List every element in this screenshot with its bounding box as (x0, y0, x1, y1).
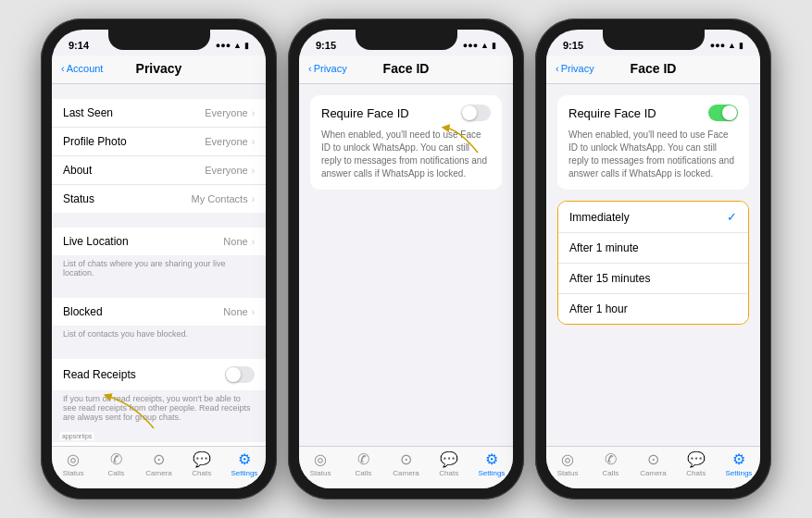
notch-2 (356, 30, 457, 50)
face-id-toggle-3[interactable] (708, 105, 738, 121)
screen-content-2: Require Face ID When enabled, you'll nee… (299, 84, 513, 446)
live-location-group: Live Location None › (52, 228, 266, 255)
camera-tab-label-2: Camera (393, 469, 418, 477)
tab-chats-2[interactable]: 💬 Chats (428, 450, 470, 481)
settings-tab-label-3: Settings (725, 469, 752, 477)
tab-settings-2[interactable]: ⚙ Settings (470, 450, 513, 481)
tab-chats-1[interactable]: 💬 Chats (181, 450, 223, 481)
camera-tab-icon-3: ⊙ (647, 450, 659, 468)
read-receipts-subtext: If you turn off read receipts, you won't… (52, 390, 266, 427)
options-card-3: Immediately ✓ After 1 minute After 15 mi… (557, 201, 749, 325)
back-button-2[interactable]: ‹ Privacy (308, 63, 347, 74)
chats-tab-label-1: Chats (192, 469, 211, 477)
status-chevron: › (252, 194, 255, 204)
option-1hour-label: After 1 hour (569, 302, 628, 315)
chats-tab-label-2: Chats (439, 469, 458, 477)
back-chevron-2: ‹ (308, 63, 312, 74)
option-1min[interactable]: After 1 minute (558, 233, 748, 264)
status-time-2: 9:15 (316, 40, 336, 51)
back-label-1: Account (67, 63, 104, 74)
phone-1-screen: 9:14 ●●● ▲ ▮ ‹ Account Privacy Last S (52, 30, 266, 488)
wifi-icon-2: ▲ (481, 41, 489, 50)
notch-1 (108, 30, 210, 50)
status-icons-3: ●●● ▲ ▮ (710, 41, 743, 50)
settings-tab-icon-2: ⚙ (485, 450, 498, 468)
signal-icon-1: ●●● (216, 41, 231, 50)
settings-tab-icon-1: ⚙ (238, 450, 251, 468)
tab-calls-2[interactable]: ✆ Calls (342, 450, 384, 481)
tab-camera-2[interactable]: ⊙ Camera (384, 450, 427, 481)
face-id-desc-3: When enabled, you'll need to use Face ID… (568, 129, 738, 180)
calls-tab-icon-2: ✆ (357, 450, 369, 468)
signal-icon-3: ●●● (710, 41, 725, 50)
tab-camera-3[interactable]: ⊙ Camera (631, 450, 674, 481)
camera-tab-icon-2: ⊙ (400, 450, 412, 468)
phone-1: 9:14 ●●● ▲ ▮ ‹ Account Privacy Last S (41, 18, 277, 500)
phone-2-screen: 9:15 ●●● ▲ ▮ ‹ Privacy Face ID (299, 30, 513, 488)
live-location-label: Live Location (63, 235, 223, 248)
status-tab-label-2: Status (310, 469, 331, 477)
live-location-row[interactable]: Live Location None › (52, 228, 266, 255)
camera-tab-icon-1: ⊙ (153, 450, 165, 468)
last-seen-chevron: › (252, 108, 255, 118)
nav-bar-2: ‹ Privacy Face ID (299, 56, 513, 84)
live-location-chevron: › (252, 237, 255, 247)
tab-status-1[interactable]: ◎ Status (52, 450, 94, 481)
require-face-id-label-3: Require Face ID (568, 106, 656, 120)
require-face-id-label-2: Require Face ID (321, 106, 409, 120)
tab-status-2[interactable]: ◎ Status (299, 450, 342, 481)
face-id-content-3: Require Face ID When enabled, you'll nee… (546, 84, 760, 336)
live-location-subtext: List of chats where you are sharing your… (52, 255, 266, 283)
back-chevron-3: ‹ (556, 63, 559, 74)
last-seen-row[interactable]: Last Seen Everyone › (52, 99, 266, 128)
face-id-toggle-2[interactable] (461, 105, 491, 121)
profile-photo-row[interactable]: Profile Photo Everyone › (52, 128, 266, 156)
tab-settings-1[interactable]: ⚙ Settings (223, 450, 266, 481)
wifi-icon-1: ▲ (233, 41, 242, 50)
camera-tab-label-1: Camera (145, 469, 171, 477)
settings-tab-label-2: Settings (478, 469, 505, 477)
read-receipts-toggle[interactable] (225, 366, 255, 383)
nav-title-2: Face ID (383, 61, 430, 76)
tab-status-3[interactable]: ◎ Status (546, 450, 589, 481)
chats-tab-icon-1: 💬 (193, 450, 211, 468)
nav-title-3: Face ID (631, 61, 677, 76)
read-receipts-row[interactable]: Read Receipts (52, 359, 266, 390)
status-tab-icon-2: ◎ (314, 450, 327, 468)
tab-camera-1[interactable]: ⊙ Camera (137, 450, 180, 481)
back-button-1[interactable]: ‹ Account (61, 63, 103, 74)
option-1min-label: After 1 minute (569, 241, 639, 254)
option-1hour[interactable]: After 1 hour (558, 294, 748, 324)
status-icons-1: ●●● ▲ ▮ (216, 41, 249, 50)
battery-icon-3: ▮ (739, 41, 743, 50)
about-label: About (63, 164, 205, 177)
tab-chats-3[interactable]: 💬 Chats (675, 450, 718, 481)
option-15min[interactable]: After 15 minutes (558, 264, 748, 294)
tab-bar-3: ◎ Status ✆ Calls ⊙ Camera 💬 Chats ⚙ S (546, 446, 760, 488)
blocked-chevron: › (252, 307, 255, 317)
tab-calls-1[interactable]: ✆ Calls (94, 450, 137, 481)
about-row[interactable]: About Everyone › (52, 156, 266, 185)
tab-settings-3[interactable]: ⚙ Settings (718, 450, 760, 481)
about-value: Everyone (205, 165, 247, 176)
tab-calls-3[interactable]: ✆ Calls (589, 450, 631, 481)
status-time-1: 9:14 (69, 40, 89, 51)
signal-icon-2: ●●● (463, 41, 478, 50)
read-receipts-group: Read Receipts (52, 359, 266, 390)
face-id-row-3: Require Face ID (568, 105, 738, 121)
back-button-3[interactable]: ‹ Privacy (556, 63, 594, 74)
status-row[interactable]: Status My Contacts › (52, 185, 266, 213)
wifi-icon-3: ▲ (728, 41, 736, 50)
profile-photo-label: Profile Photo (63, 135, 205, 148)
settings-tab-icon-3: ⚙ (732, 450, 745, 468)
watermark-1: appsnrtips (59, 432, 94, 440)
live-location-value: None (223, 236, 247, 247)
phone-2: 9:15 ●●● ▲ ▮ ‹ Privacy Face ID (288, 18, 524, 500)
option-immediately[interactable]: Immediately ✓ (558, 202, 748, 233)
status-tab-label-3: Status (557, 469, 579, 477)
status-tab-label-1: Status (63, 469, 84, 477)
camera-tab-label-3: Camera (640, 469, 666, 477)
status-label: Status (63, 192, 192, 205)
calls-tab-label-1: Calls (107, 469, 124, 477)
blocked-row[interactable]: Blocked None › (52, 298, 266, 326)
